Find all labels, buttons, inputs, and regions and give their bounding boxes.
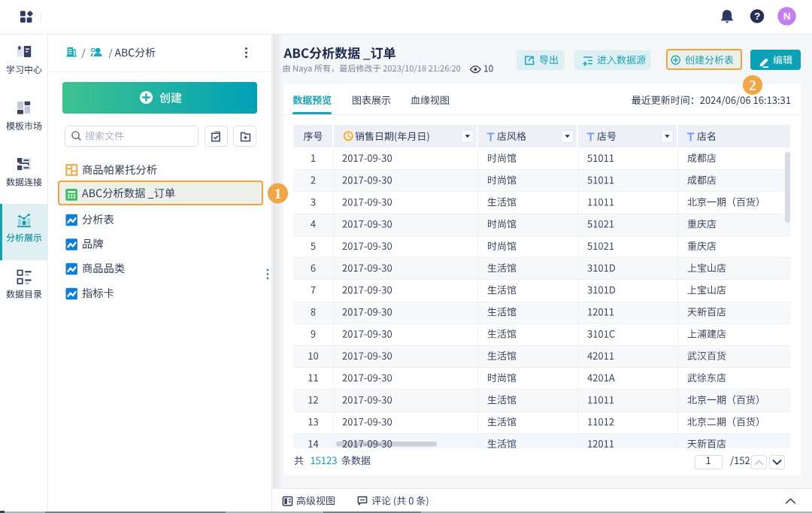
svg-text:N: N [783, 11, 791, 22]
svg-text:1: 1 [274, 187, 281, 202]
svg-text:?: ? [754, 11, 760, 22]
svg-text:2: 2 [749, 78, 756, 93]
